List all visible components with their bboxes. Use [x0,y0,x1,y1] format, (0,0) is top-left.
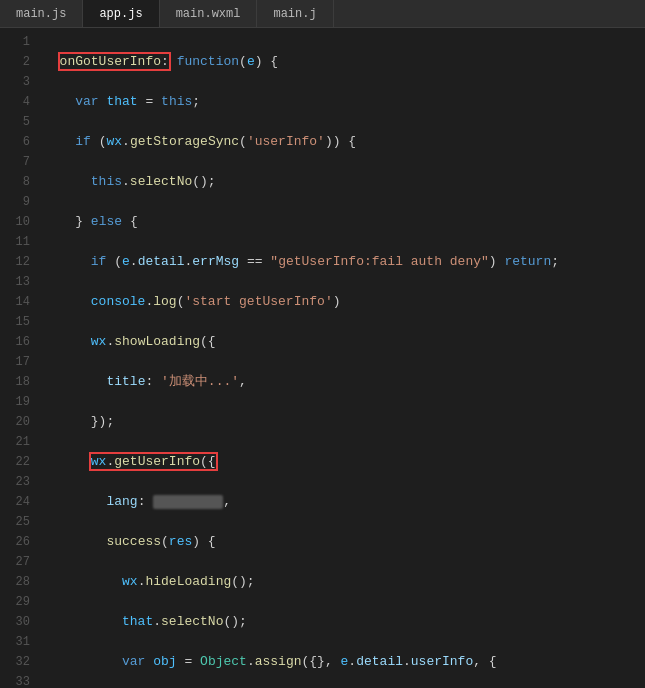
tab-bar: main.js app.js main.wxml main.j [0,0,645,28]
code-line-7: console.log('start getUserInfo') [44,292,645,312]
code-line-2: var that = this; [44,92,645,112]
code-line-15: that.selectNo(); [44,612,645,632]
editor-container: main.js app.js main.wxml main.j 1 2 3 4 … [0,0,645,688]
code-line-11: wx.getUserInfo({ [44,452,645,472]
code-line-8: wx.showLoading({ [44,332,645,352]
code-line-12: lang: , [44,492,645,512]
code-line-3: if (wx.getStorageSync('userInfo')) { [44,132,645,152]
tab-main-j[interactable]: main.j [257,0,333,27]
code-line-9: title: '加载中...', [44,372,645,392]
tab-main-js[interactable]: main.js [0,0,83,27]
line-numbers: 1 2 3 4 5 6 7 8 9 10 11 12 13 14 15 16 1… [0,28,36,688]
code-line-16: var obj = Object.assign({}, e.detail.use… [44,652,645,672]
tab-main-wxml[interactable]: main.wxml [160,0,258,27]
code-line-5: } else { [44,212,645,232]
code-line-10: }); [44,412,645,432]
code-line-6: if (e.detail.errMsg == "getUserInfo:fail… [44,252,645,272]
code-line-1: onGotUserInfo: function(e) { [44,52,645,72]
code-line-14: wx.hideLoading(); [44,572,645,592]
code-line-13: success(res) { [44,532,645,552]
tab-app-js[interactable]: app.js [83,0,159,27]
code-content: onGotUserInfo: function(e) { var that = … [36,28,645,688]
code-area: 1 2 3 4 5 6 7 8 9 10 11 12 13 14 15 16 1… [0,28,645,688]
code-line-4: this.selectNo(); [44,172,645,192]
